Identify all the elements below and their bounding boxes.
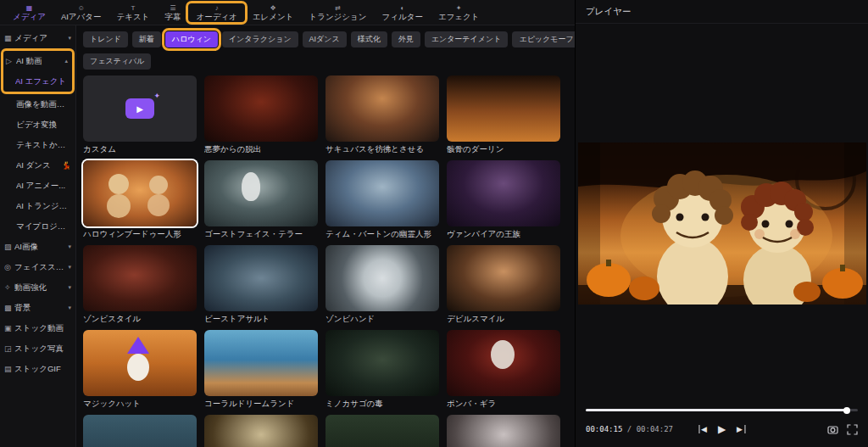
toolbar-tab-media[interactable]: ▦ メディア xyxy=(5,3,53,22)
tab-halloween[interactable]: ハロウィン xyxy=(165,31,218,47)
effect-thumbnail xyxy=(204,75,318,142)
toolbar-tab-transitions-label: トランジション xyxy=(309,12,366,21)
sidebar-group-face-swap[interactable]: ◎ フェイススワ... ▾ xyxy=(0,257,75,277)
sidebar-group-background[interactable]: ▩ 背景 ▾ xyxy=(0,298,75,318)
toolbar-tab-audio[interactable]: ♪ オーディオ xyxy=(188,3,244,22)
play-button[interactable]: ▶ xyxy=(718,423,726,435)
tab-ai-dance[interactable]: AIダンス xyxy=(303,31,347,47)
effect-card[interactable]: ボンバ・ギラ xyxy=(447,330,560,408)
player-progress-bar[interactable] xyxy=(586,409,858,411)
filter-tabs-row-1: トレンド 新着 ハロウィン インタラクション AIダンス 様式化 外見 エンター… xyxy=(83,31,575,47)
tab-interaction[interactable]: インタラクション xyxy=(222,31,298,47)
effect-card[interactable]: ミノカサゴの毒 xyxy=(326,330,439,408)
effect-card[interactable]: ヴァンパイアの王族 xyxy=(447,160,560,238)
fullscreen-icon[interactable] xyxy=(847,424,858,435)
sidebar-item-stock-gif[interactable]: ▤ ストックGIF xyxy=(0,359,75,379)
media-library-icon: ▦ xyxy=(4,34,14,42)
toolbar-tab-subtitles-label: 字幕 xyxy=(164,12,181,21)
effect-card-custom[interactable]: ▶ カスタム xyxy=(83,75,197,154)
effect-card[interactable]: デビルスマイル xyxy=(447,245,560,323)
effect-thumbnail xyxy=(204,330,318,396)
effect-card-partial[interactable] xyxy=(447,415,560,447)
toolbar-tab-transitions[interactable]: ⇄ トランジション xyxy=(301,3,374,22)
sidebar-group-media[interactable]: ▦ メディア ▾ xyxy=(0,28,75,48)
effect-card-partial[interactable] xyxy=(204,415,318,447)
enhance-icon: ✧ xyxy=(4,283,14,292)
effect-label: ボンバ・ギラ xyxy=(447,399,560,408)
toolbar-tab-media-label: メディア xyxy=(13,12,46,21)
stock-photo-icon: ◲ xyxy=(4,344,14,353)
effect-thumbnail xyxy=(447,245,560,311)
tab-entertainment[interactable]: エンターテイメント xyxy=(425,31,509,47)
effect-thumbnail xyxy=(83,245,197,311)
sidebar-group-ai-video[interactable]: ▷ AI 動画 ▴ xyxy=(3,51,72,71)
chevron-up-icon: ▴ xyxy=(64,58,68,64)
toolbar-tab-effects[interactable]: ✦ エフェクト xyxy=(431,3,487,22)
snapshot-icon[interactable] xyxy=(827,424,838,435)
sidebar-item-ai-effects[interactable]: AI エフェクト xyxy=(3,71,72,92)
tab-epic-morph[interactable]: エピックモーフ xyxy=(512,31,575,47)
effect-label: 悪夢からの脱出 xyxy=(204,144,318,154)
toolbar-tab-text-label: テキスト xyxy=(117,12,150,21)
toolbar-tab-ai-avatar[interactable]: ☺ AIアバター xyxy=(53,3,109,22)
effect-label: ビーストアサルト xyxy=(204,314,318,323)
effect-card[interactable]: サキュバスを彷彿とさせる xyxy=(326,75,439,154)
toolbar-tab-text[interactable]: T テキスト xyxy=(109,3,158,22)
effect-card-partial[interactable] xyxy=(326,415,439,447)
effect-card[interactable]: コーラルドリームランド xyxy=(204,330,318,408)
effect-label: ゴーストフェイス・テラー xyxy=(204,229,318,238)
tab-festival[interactable]: フェスティバル xyxy=(83,53,151,70)
tab-appearance[interactable]: 外見 xyxy=(392,31,420,47)
transport-controls: ◀ ▶ ▶ xyxy=(698,423,745,435)
tab-trend[interactable]: トレンド xyxy=(83,31,128,47)
sidebar-item-stock-photo[interactable]: ◲ ストック写真 xyxy=(0,338,75,359)
effect-label: カスタム xyxy=(83,144,197,154)
toolbar-tab-elements[interactable]: ❖ エレメント xyxy=(245,3,302,22)
sidebar-item-ai-transition[interactable]: AI トランジシ... xyxy=(0,196,75,216)
effect-card[interactable]: ティム・バートンの幽霊人形 xyxy=(326,160,439,238)
sidebar-item-image-to-video[interactable]: 画像を動画に... xyxy=(0,94,75,115)
total-duration: 00:04:27 xyxy=(637,425,673,433)
toolbar-tab-subtitles[interactable]: ☰ 字幕 xyxy=(157,3,188,22)
effect-card-selected[interactable]: ハロウィンブードゥー人形 xyxy=(83,160,197,238)
previous-frame-button[interactable]: ◀ xyxy=(698,425,707,433)
effect-thumbnail xyxy=(83,330,197,396)
effect-card[interactable]: ゾンビハンド xyxy=(326,245,439,323)
tab-new[interactable]: 新着 xyxy=(132,31,161,47)
tab-stylize[interactable]: 様式化 xyxy=(351,31,387,47)
background-icon: ▩ xyxy=(4,304,14,312)
effect-card[interactable]: 骸骨のダーリン xyxy=(447,75,560,154)
sidebar-group-ai-image[interactable]: ▨ AI画像 ▾ xyxy=(0,237,75,257)
left-sidebar: ▦ メディア ▾ ▷ AI 動画 ▴ AI エフェクト 画像を動画に... ビデ… xyxy=(0,25,76,447)
chevron-down-icon: ▾ xyxy=(68,264,71,271)
ai-video-icon: ▷ xyxy=(6,57,16,65)
sidebar-group-video-enhance[interactable]: ✧ 動画強化 ▾ xyxy=(0,277,75,298)
sidebar-item-ai-dance[interactable]: AI ダンス 💃 xyxy=(0,155,75,176)
sidebar-item-video-convert[interactable]: ビデオ変換 xyxy=(0,115,75,135)
ai-image-icon: ▨ xyxy=(4,243,14,251)
avatar-icon: ☺ xyxy=(78,4,85,12)
player-utility-icons xyxy=(827,424,858,435)
sidebar-item-my-projects[interactable]: マイプロジェ... xyxy=(0,216,75,237)
annotation-highlight-box: ▷ AI 動画 ▴ AI エフェクト xyxy=(1,48,75,94)
effects-grid: ▶ カスタム 悪夢からの脱出 サキュバスを彷彿とさせる 骸骨のダーリン ハロウィ… xyxy=(83,75,575,447)
effect-thumbnail xyxy=(326,415,439,447)
effect-card-partial[interactable] xyxy=(83,415,197,447)
effect-card[interactable]: ビーストアサルト xyxy=(204,245,318,323)
effect-card[interactable]: マジックハット xyxy=(83,330,197,408)
sidebar-item-text-to[interactable]: テキストから... xyxy=(0,135,75,155)
effect-label: ヴァンパイアの王族 xyxy=(447,229,560,238)
sidebar-item-ai-animation[interactable]: AI アニメー... xyxy=(0,176,75,196)
subtitles-icon: ☰ xyxy=(170,4,175,12)
effect-card[interactable]: ゴーストフェイス・テラー xyxy=(204,160,318,238)
sidebar-item-stock-video[interactable]: ▣ ストック動画 xyxy=(0,318,75,338)
effect-thumbnail xyxy=(83,415,197,447)
effect-card[interactable]: ゾンビスタイル xyxy=(83,245,197,323)
effect-card[interactable]: 悪夢からの脱出 xyxy=(204,75,318,154)
toolbar-tab-filters[interactable]: ◐ フィルター xyxy=(375,3,431,22)
effects-panel: トレンド 新着 ハロウィン インタラクション AIダンス 様式化 外見 エンター… xyxy=(76,25,575,447)
next-frame-button[interactable]: ▶ xyxy=(737,425,745,433)
filter-tabs-row-2: フェスティバル xyxy=(83,53,575,70)
effect-thumbnail: ▶ xyxy=(83,75,197,142)
custom-video-icon: ▶ xyxy=(125,98,154,119)
